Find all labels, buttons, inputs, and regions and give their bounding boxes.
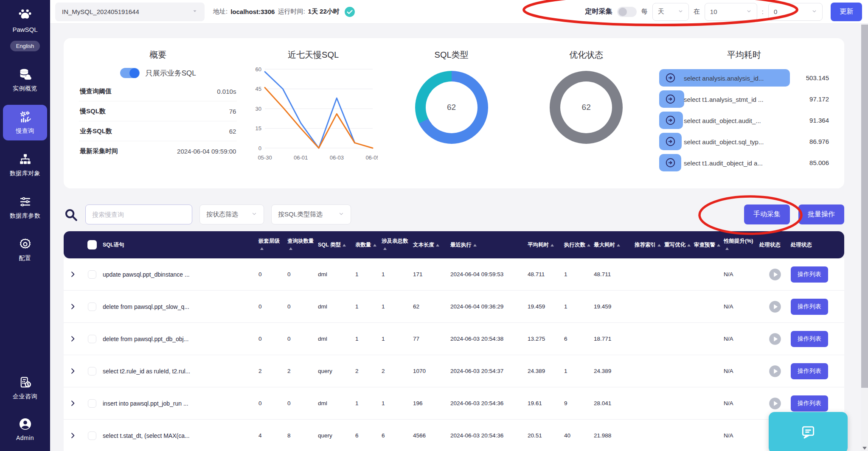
action-list-button[interactable]: 操作列表	[791, 331, 828, 347]
schedule-minute-select[interactable]: 0	[768, 3, 823, 21]
goto-sql-arrow-icon[interactable]	[665, 136, 676, 147]
cell-last-exec: 2024-06-04 09:36:29	[450, 303, 528, 310]
sidebar: PawSQL English 实例概览慢查询数据库对象数据库参数配置 企业咨询A…	[0, 0, 50, 451]
chat-widget-button[interactable]	[769, 412, 848, 451]
status-play-icon[interactable]	[769, 268, 781, 281]
manual-collect-button[interactable]: 手动采集	[744, 204, 790, 224]
search-icon	[64, 207, 78, 222]
action-list-button[interactable]: 操作列表	[791, 299, 828, 315]
sort-arrow-icon[interactable]	[587, 244, 590, 247]
column-header[interactable]: SQL 类型	[318, 241, 355, 249]
action-list-button[interactable]: 操作列表	[791, 395, 828, 412]
expand-row-chevron-icon[interactable]	[69, 367, 76, 375]
sql-type-total: 62	[447, 103, 456, 112]
select-all-checkbox[interactable]	[87, 240, 97, 249]
column-header[interactable]: 重写优化	[664, 241, 694, 249]
column-header[interactable]: 涉及表总数	[382, 238, 413, 252]
avg-time-value: 86.976	[795, 138, 829, 145]
sidebar-item-slow-query[interactable]: 慢查询	[3, 105, 47, 140]
expand-row-chevron-icon[interactable]	[69, 271, 76, 278]
page-scrollbar[interactable]	[861, 24, 868, 451]
row-checkbox[interactable]	[88, 270, 96, 279]
row-checkbox[interactable]	[88, 399, 96, 408]
expand-row-chevron-icon[interactable]	[69, 400, 76, 407]
sort-arrow-icon[interactable]	[687, 244, 691, 247]
column-header[interactable]: 审查预警	[694, 241, 724, 249]
toggle-knob	[129, 68, 139, 78]
action-list-button[interactable]: 操作列表	[791, 266, 828, 283]
row-checkbox[interactable]	[88, 367, 96, 375]
status-filter-select[interactable]: 按状态筛选	[199, 204, 264, 224]
sidebar-item-enterprise-consult[interactable]: 企业咨询	[3, 370, 47, 406]
schedule-unit-select[interactable]: 天	[652, 3, 689, 21]
sort-arrow-icon[interactable]	[657, 244, 661, 247]
column-header[interactable]: 平均耗时	[528, 241, 564, 249]
avg-time-sql-label[interactable]: select audit_object.audit_...	[684, 117, 761, 124]
row-checkbox[interactable]	[88, 431, 96, 440]
sidebar-item-config[interactable]: 配置	[3, 232, 47, 268]
column-header[interactable]: 文本长度	[413, 241, 450, 249]
sort-arrow-icon[interactable]	[383, 247, 387, 250]
sql-type-filter-select[interactable]: 按SQL类型筛选	[271, 204, 351, 224]
sort-arrow-icon[interactable]	[289, 247, 292, 250]
goto-sql-arrow-icon[interactable]	[665, 115, 676, 126]
cell-text-length: 196	[413, 400, 450, 406]
sidebar-item-db-params[interactable]: 数据库参数	[3, 190, 47, 225]
update-button[interactable]: 更新	[831, 3, 862, 21]
schedule-toggle[interactable]	[617, 7, 637, 17]
business-sql-toggle[interactable]	[120, 68, 140, 78]
sort-arrow-icon[interactable]	[717, 244, 720, 247]
sort-arrow-icon[interactable]	[551, 244, 554, 247]
status-play-icon[interactable]	[769, 333, 781, 345]
column-header[interactable]: 性能提升(%)	[724, 238, 759, 252]
goto-sql-arrow-icon[interactable]	[665, 157, 676, 168]
action-list-button[interactable]: 操作列表	[791, 363, 828, 379]
chevron-down-icon	[812, 8, 817, 15]
goto-sql-arrow-icon[interactable]	[665, 93, 676, 105]
sort-arrow-icon[interactable]	[725, 247, 729, 250]
sort-arrow-icon[interactable]	[473, 244, 477, 247]
sort-arrow-icon[interactable]	[617, 244, 620, 247]
avg-time-sql-label[interactable]: select analysis.analysis_id...	[684, 74, 764, 81]
goto-sql-arrow-icon[interactable]	[665, 72, 676, 84]
column-header[interactable]: 执行次数	[564, 241, 594, 249]
avg-time-sql-label[interactable]: select audit_object.sql_typ...	[684, 138, 764, 145]
svg-text:05-30: 05-30	[258, 154, 272, 161]
row-checkbox[interactable]	[88, 303, 96, 311]
avg-time-sql-label[interactable]: select t1.analysis_stmt_id ...	[684, 95, 764, 103]
status-play-icon[interactable]	[769, 397, 781, 410]
column-header: 处理状态	[791, 241, 844, 249]
expand-row-chevron-icon[interactable]	[69, 335, 76, 342]
column-header[interactable]: 嵌套层级	[258, 238, 287, 252]
scrollbar-down-arrow[interactable]	[862, 447, 867, 450]
column-header[interactable]: 推荐索引	[635, 241, 664, 249]
language-toggle-button[interactable]: English	[10, 41, 40, 51]
status-play-icon[interactable]	[769, 300, 781, 313]
cell-perf-gain: N/A	[724, 400, 759, 406]
search-input[interactable]	[85, 204, 192, 224]
cell-text-length: 77	[413, 336, 450, 342]
sidebar-item-instance-overview[interactable]: 实例概览	[3, 62, 47, 98]
sort-arrow-icon[interactable]	[436, 244, 439, 247]
column-header[interactable]: 查询块数量	[287, 238, 318, 252]
expand-row-chevron-icon[interactable]	[69, 432, 76, 439]
avg-time-panel: 平均耗时 select analysis.analysis_id...503.1…	[659, 49, 829, 180]
column-header[interactable]: 表数量	[355, 241, 382, 249]
scrollbar-thumb[interactable]	[861, 25, 868, 388]
sort-arrow-icon[interactable]	[260, 247, 264, 250]
instance-selector[interactable]: IN_MySQL_202405191644	[55, 3, 205, 21]
sort-arrow-icon[interactable]	[373, 244, 376, 247]
batch-operation-button[interactable]: 批量操作	[798, 204, 844, 224]
cell-nest-level: 0	[258, 336, 287, 342]
column-header[interactable]: 最大耗时	[594, 241, 635, 249]
sort-arrow-icon[interactable]	[343, 244, 346, 247]
schedule-hour-select[interactable]: 10	[705, 3, 757, 21]
table-body: update pawsql.ppt_dbinstance ...00dml111…	[64, 258, 844, 451]
column-header[interactable]: 最近执行	[450, 241, 528, 249]
expand-row-chevron-icon[interactable]	[69, 303, 76, 310]
sidebar-item-admin[interactable]: Admin	[3, 412, 47, 447]
row-checkbox[interactable]	[88, 335, 96, 343]
avg-time-sql-label[interactable]: select t1.audit_object_id a...	[684, 159, 763, 166]
status-play-icon[interactable]	[769, 365, 781, 378]
sidebar-item-db-objects[interactable]: 数据库对象	[3, 147, 47, 183]
